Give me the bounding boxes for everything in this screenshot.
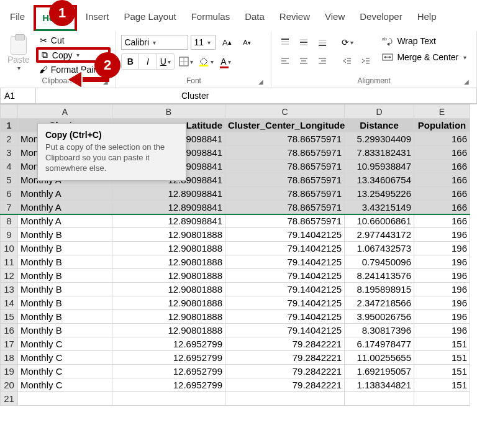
tab-help[interactable]: Help [411,6,443,30]
table-row[interactable]: 10Monthly B12.9080188879.140421251.06743… [1,242,470,255]
cell[interactable]: Monthly A [18,187,112,201]
table-row[interactable]: 21 [1,392,470,406]
row-header[interactable]: 10 [1,242,18,255]
cell[interactable]: 12.6952799 [112,351,225,365]
cell[interactable]: 12.89098841 [112,187,225,201]
tab-formulas[interactable]: Formulas [185,6,237,30]
cell[interactable]: Monthly C [18,337,112,351]
cell[interactable]: 79.14042125 [225,310,345,324]
table-row[interactable]: 16Monthly B12.9080188879.140421258.30817… [1,324,470,337]
row-header[interactable]: 17 [1,337,18,351]
cell[interactable]: 12.6952799 [112,337,225,351]
row-header[interactable]: 14 [1,296,18,310]
formula-input[interactable]: Cluster [178,88,477,104]
cell[interactable]: 1.692195057 [345,365,414,378]
tab-developer[interactable]: Developer [353,6,408,30]
cell[interactable]: 1.067432573 [345,242,414,255]
cell[interactable]: 78.86575971 [225,132,345,146]
cell[interactable]: 79.2842221 [225,378,345,392]
cell[interactable]: 196 [414,228,470,242]
cell[interactable]: Monthly B [18,269,112,283]
cell[interactable]: 78.86575971 [225,187,345,201]
cell[interactable]: 79.2842221 [225,337,345,351]
table-row[interactable]: 14Monthly B12.9080188879.140421252.34721… [1,296,470,310]
cell[interactable]: Monthly B [18,310,112,324]
cell[interactable]: Monthly A [18,201,112,214]
orientation-button[interactable]: ⟳▾ [338,35,356,50]
cell[interactable]: Monthly C [18,378,112,392]
row-header[interactable]: 6 [1,187,18,201]
table-row[interactable]: 20Monthly C12.695279979.28422211.1383448… [1,378,470,392]
wrap-text-button[interactable]: ab Wrap Text [379,35,469,47]
cell[interactable]: 8.30817396 [345,324,414,337]
cell[interactable]: 78.86575971 [225,201,345,214]
cell[interactable] [414,392,470,406]
cell[interactable]: 196 [414,283,470,296]
cell[interactable]: 79.14042125 [225,324,345,337]
cell[interactable]: 79.14042125 [225,283,345,296]
row-header[interactable]: 18 [1,351,18,365]
header-cell[interactable]: Distance [345,119,414,132]
cell[interactable]: 166 [414,132,470,146]
cell[interactable]: 166 [414,187,470,201]
align-right-button[interactable] [314,53,331,68]
tab-file[interactable]: File [4,6,31,30]
cell[interactable]: 13.25495226 [345,187,414,201]
table-row[interactable]: 19Monthly C12.695279979.28422211.6921950… [1,365,470,378]
cell[interactable]: 12.90801888 [112,310,225,324]
cell[interactable]: 2.347218566 [345,296,414,310]
cell[interactable]: 12.6952799 [112,365,225,378]
row-header[interactable]: 2 [1,132,18,146]
cell[interactable] [345,392,414,406]
cell[interactable] [225,392,345,406]
cut-button[interactable]: ✂ Cut [36,35,111,46]
row-header[interactable]: 7 [1,201,18,214]
cell[interactable]: 79.14042125 [225,296,345,310]
select-all-corner[interactable] [1,105,18,119]
tab-page-layout[interactable]: Page Layout [117,6,182,30]
cell[interactable]: 196 [414,269,470,283]
increase-font-button[interactable]: A▴ [218,35,235,50]
font-size-combo[interactable]: 11 ▾ [191,35,216,50]
cell[interactable]: 166 [414,214,470,228]
font-name-combo[interactable]: Calibri ▾ [121,35,188,50]
fill-color-button[interactable]: ▾ [197,54,214,69]
cell[interactable]: 196 [414,296,470,310]
decrease-font-button[interactable]: A▾ [238,35,255,50]
cell[interactable]: 12.89098841 [112,214,225,228]
underline-button[interactable]: U▾ [157,54,174,69]
cell[interactable]: 151 [414,365,470,378]
table-row[interactable]: 13Monthly B12.9080188879.140421258.19589… [1,283,470,296]
row-header[interactable]: 16 [1,324,18,337]
table-row[interactable]: 9Monthly B12.9080188879.140421252.977443… [1,228,470,242]
cell[interactable]: 78.86575971 [225,146,345,160]
table-row[interactable]: 17Monthly C12.695279979.28422216.1749784… [1,337,470,351]
row-header[interactable]: 1 [1,119,18,132]
cell[interactable]: 5.299304409 [345,132,414,146]
col-header-D[interactable]: D [345,105,414,119]
italic-button[interactable]: I [139,54,157,69]
cell[interactable] [112,392,225,406]
col-header-A[interactable]: A [18,105,112,119]
row-header[interactable]: 8 [1,214,18,228]
cell[interactable]: 12.90801888 [112,324,225,337]
bold-button[interactable]: B [122,54,139,69]
row-header[interactable]: 9 [1,228,18,242]
cell[interactable]: Monthly B [18,255,112,269]
cell[interactable]: Monthly B [18,296,112,310]
cell[interactable]: 1.138344821 [345,378,414,392]
row-header[interactable]: 5 [1,173,18,187]
column-header-row[interactable]: A B C D E [1,105,470,119]
cell[interactable]: 12.90801888 [112,242,225,255]
cell[interactable]: 196 [414,310,470,324]
cell[interactable]: 3.43215149 [345,201,414,214]
merge-center-button[interactable]: Merge & Center ▾ [379,51,469,63]
cell[interactable]: 166 [414,146,470,160]
cell[interactable]: 12.89098841 [112,201,225,214]
cell[interactable]: 79.14042125 [225,228,345,242]
cell[interactable]: 12.90801888 [112,255,225,269]
cell[interactable]: Monthly B [18,242,112,255]
cell[interactable]: 3.950026756 [345,310,414,324]
cell[interactable]: 0.79450096 [345,255,414,269]
cell[interactable]: 6.174978477 [345,337,414,351]
